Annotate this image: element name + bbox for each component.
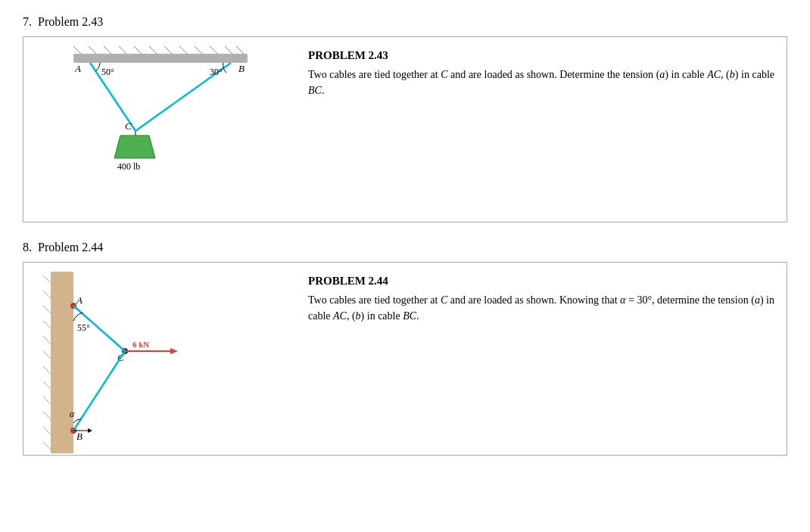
svg-line-29 [43, 351, 51, 359]
svg-text:α: α [70, 409, 75, 419]
svg-rect-0 [73, 54, 248, 63]
svg-line-25 [43, 291, 51, 298]
svg-text:50°: 50° [101, 67, 114, 77]
svg-text:A: A [76, 294, 83, 306]
problem-243-title: PROBLEM 2.43 [308, 49, 774, 62]
svg-line-8 [179, 46, 187, 54]
svg-marker-50 [88, 428, 92, 433]
problem-7-section: 7. Problem 2.43 A [23, 15, 787, 222]
svg-text:A: A [74, 63, 81, 74]
svg-line-11 [225, 46, 232, 54]
svg-line-12 [236, 46, 244, 54]
svg-line-35 [43, 442, 51, 450]
svg-line-5 [134, 46, 142, 54]
text-area-243: PROBLEM 2.43 Two cables are tied togethe… [293, 46, 774, 98]
problem-244-text: Two cables are tied together at C and ar… [308, 292, 774, 324]
svg-line-24 [43, 275, 51, 283]
svg-line-2 [89, 46, 96, 54]
svg-text:B: B [76, 431, 83, 442]
svg-line-31 [43, 381, 51, 389]
diagram-243: A B 50° 30° C [36, 46, 293, 213]
svg-text:B: B [238, 63, 245, 74]
svg-text:6 kN: 6 kN [132, 340, 149, 349]
problem-7-box: A B 50° 30° C [23, 36, 787, 222]
problem-8-title: Problem 2.44 [38, 241, 103, 254]
svg-line-30 [43, 366, 51, 374]
svg-line-26 [43, 306, 51, 313]
svg-marker-20 [114, 135, 155, 158]
problem-7-heading: 7. Problem 2.43 [23, 15, 787, 29]
svg-rect-23 [51, 272, 73, 453]
problem-8-box: A C 55° 6 kN B [23, 262, 787, 456]
svg-line-10 [210, 46, 217, 54]
problem-243-text: Two cables are tied together at C and ar… [308, 67, 774, 98]
svg-line-3 [104, 46, 111, 54]
svg-text:400 lb: 400 lb [117, 161, 140, 172]
problem-7-title: Problem 2.43 [38, 15, 103, 28]
svg-line-6 [149, 46, 157, 54]
problem-8-heading: 8. Problem 2.44 [23, 241, 787, 254]
svg-text:C: C [125, 120, 132, 132]
diagram-244: A C 55° 6 kN B [36, 272, 293, 446]
svg-line-4 [119, 46, 126, 54]
svg-text:55°: 55° [77, 322, 90, 333]
svg-line-33 [43, 412, 51, 419]
problem-7-number: 7. [23, 15, 32, 28]
svg-line-28 [43, 336, 51, 344]
problem-8-number: 8. [23, 241, 32, 254]
text-area-244: PROBLEM 2.44 Two cables are tied togethe… [293, 272, 774, 324]
problem-8-section: 8. Problem 2.44 [23, 241, 787, 456]
svg-line-27 [43, 321, 51, 328]
svg-line-1 [73, 46, 81, 54]
svg-line-9 [195, 46, 202, 54]
svg-line-7 [164, 46, 172, 54]
svg-line-47 [73, 351, 125, 431]
svg-marker-43 [170, 348, 178, 354]
problem-244-title: PROBLEM 2.44 [308, 275, 774, 288]
svg-text:30°: 30° [210, 67, 223, 77]
svg-line-34 [43, 427, 51, 434]
svg-line-32 [43, 397, 51, 404]
